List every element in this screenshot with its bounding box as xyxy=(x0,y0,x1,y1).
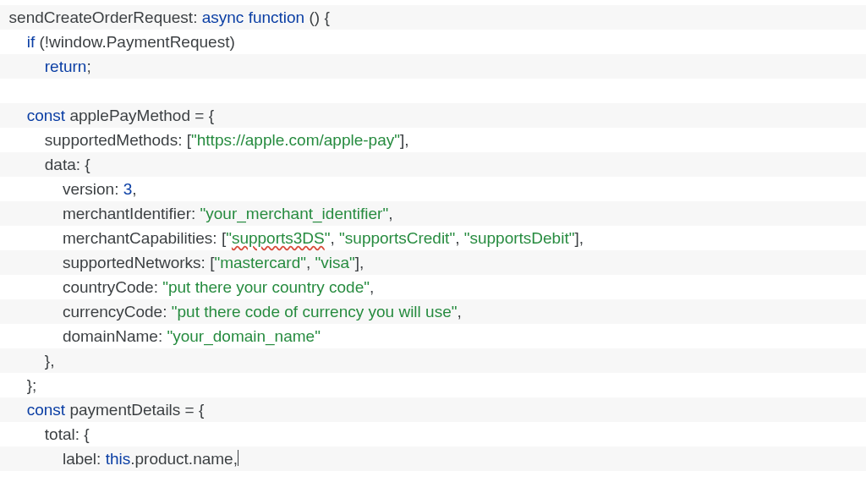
code-line: currencyCode: "put there code of currenc… xyxy=(0,299,866,324)
code-line: }; xyxy=(0,373,866,397)
property-key: domainName xyxy=(63,327,158,345)
string-literal: "https://apple.com/apple-pay" xyxy=(191,131,400,149)
identifier: applePayMethod xyxy=(69,107,190,124)
member-access: .product.name, xyxy=(130,450,238,468)
code-line: sendCreateOrderRequest: async function (… xyxy=(0,5,866,30)
code-line: const paymentDetails = { xyxy=(0,397,866,422)
code-line: merchantIdentifier: "your_merchant_ident… xyxy=(0,201,866,226)
property-key: total xyxy=(45,425,75,443)
property-key: supportedNetworks xyxy=(63,254,201,271)
code-line: version: 3, xyxy=(0,177,866,201)
property-key: label xyxy=(63,450,96,468)
code-line: supportedNetworks: ["mastercard", "visa"… xyxy=(0,250,866,275)
code-line: merchantCapabilities: ["supports3DS", "s… xyxy=(0,226,866,250)
code-line: countryCode: "put there your country cod… xyxy=(0,275,866,299)
code-blank-line xyxy=(0,79,866,103)
string-literal: "supportsDebit" xyxy=(464,229,575,247)
keyword-return: return xyxy=(45,58,87,75)
string-literal: "your_domain_name" xyxy=(167,327,320,345)
string-literal: "your_merchant_identifier" xyxy=(200,205,389,222)
string-literal: "mastercard" xyxy=(214,254,306,271)
code-block: sendCreateOrderRequest: async function (… xyxy=(0,0,866,471)
code-line: }, xyxy=(0,348,866,373)
property-key: currencyCode xyxy=(63,303,162,320)
code-line: domainName: "your_domain_name" xyxy=(0,324,866,348)
property-key: supportedMethods xyxy=(45,131,178,149)
keyword-const: const xyxy=(27,107,65,124)
keyword-this: this xyxy=(106,450,131,468)
string-literal: "supportsCredit" xyxy=(339,229,455,247)
code-line: label: this.product.name, xyxy=(0,446,866,471)
identifier: paymentDetails xyxy=(69,401,180,419)
condition: (!window.PaymentRequest) xyxy=(39,33,234,51)
code-line: supportedMethods: ["https://apple.com/ap… xyxy=(0,128,866,152)
identifier: sendCreateOrderRequest xyxy=(9,8,194,26)
property-key: countryCode xyxy=(63,278,154,296)
code-line: data: { xyxy=(0,152,866,177)
text-cursor xyxy=(238,450,238,466)
string-literal: "visa" xyxy=(315,254,355,271)
keyword-function: function xyxy=(249,8,305,26)
property-key: version xyxy=(63,180,114,198)
string-literal: "put there code of currency you will use… xyxy=(172,303,458,320)
string-literal: "put there your country code" xyxy=(162,278,370,296)
keyword-const: const xyxy=(27,401,65,419)
property-key: data xyxy=(45,156,76,173)
code-line: const applePayMethod = { xyxy=(0,103,866,128)
code-line: total: { xyxy=(0,422,866,446)
number-literal: 3 xyxy=(123,180,133,198)
property-key: merchantIdentifier xyxy=(63,205,191,222)
property-key: merchantCapabilities xyxy=(63,229,212,247)
keyword-if: if xyxy=(27,33,36,51)
keyword-async: async xyxy=(202,8,244,26)
code-line: return; xyxy=(0,54,866,79)
spellcheck-word: supports3DS xyxy=(232,229,325,247)
code-line: if (!window.PaymentRequest) xyxy=(0,30,866,54)
